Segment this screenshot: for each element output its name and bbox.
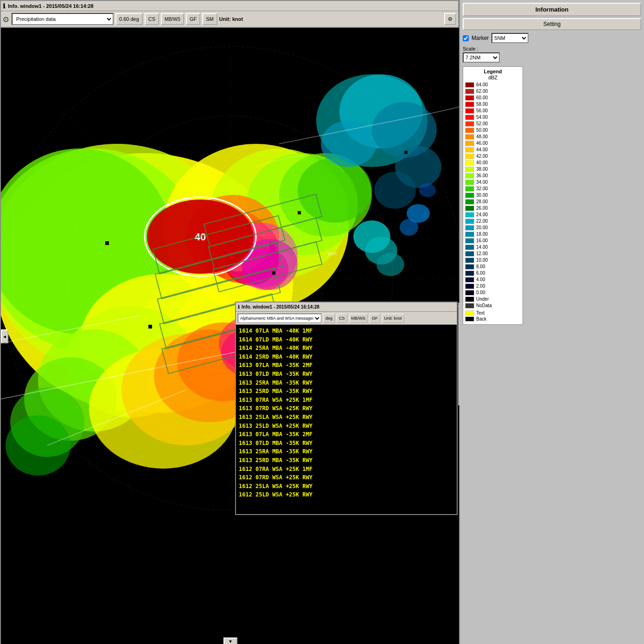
svg-point-28	[6, 415, 70, 476]
legend-value-label: 54.00	[476, 115, 488, 120]
side-panel: Information Setting Marker 5NM Scale : 7…	[459, 0, 644, 644]
legend-value-label: 60.00	[476, 95, 488, 100]
svg-point-37	[376, 253, 404, 276]
legend-value-label: 18.00	[476, 232, 488, 237]
legend-row: 62.00	[465, 88, 521, 94]
legend-row: 32.00	[465, 186, 521, 192]
sub-cs-btn[interactable]: CS	[337, 314, 347, 323]
mbws-btn[interactable]: MB/WS	[161, 13, 184, 25]
scroll-left-btn[interactable]: ◄	[1, 329, 8, 343]
sub-gf-btn[interactable]: GF	[370, 314, 380, 323]
legend-value-label: 14.00	[476, 245, 488, 250]
sub-mbws-btn[interactable]: MB/WS	[349, 314, 368, 323]
legend-color-swatch	[465, 277, 474, 283]
legend-value-label: 22.00	[476, 219, 488, 224]
legend-value-label: NoData	[476, 303, 492, 308]
legend-row: 56.00	[465, 108, 521, 114]
unit-label: Unit: knot	[219, 16, 243, 22]
legend-color-swatch	[465, 212, 474, 218]
legend-value-label: 40.00	[476, 160, 488, 165]
marker-checkbox[interactable]	[463, 35, 469, 41]
legend-color-swatch	[465, 206, 474, 211]
settings-btn[interactable]: ⚙	[444, 13, 456, 25]
legend-color-swatch	[465, 160, 474, 166]
legend-row: 54.00	[465, 114, 521, 120]
legend-color-swatch	[465, 238, 474, 244]
sub-unit-btn[interactable]: Unit: knot	[382, 314, 404, 323]
legend-color-swatch	[465, 173, 474, 179]
legend-color-swatch	[465, 128, 474, 133]
legend-value-label: 32.00	[476, 186, 488, 191]
legend-row: 26.00	[465, 205, 521, 211]
legend-row: 48.00	[465, 134, 521, 140]
scroll-bottom-btn[interactable]: ▼	[223, 638, 237, 644]
legend-value-label: 34.00	[476, 180, 488, 185]
title-icon: ℹ	[3, 2, 5, 10]
legend-value-label: 8.00	[476, 264, 485, 269]
sub-deg-btn[interactable]: deg	[323, 314, 335, 323]
marker-row: Marker 5NM	[463, 33, 641, 43]
data-type-select[interactable]: Precipitation data	[12, 13, 114, 25]
legend-row: 36.00	[465, 173, 521, 179]
legend-value-label: 48.00	[476, 134, 488, 139]
information-btn[interactable]: Information	[463, 3, 641, 16]
svg-rect-62	[298, 211, 301, 214]
legend-color-swatch	[465, 154, 474, 159]
message-line: 1614 25RA MBA -40K RWY	[239, 344, 454, 353]
svg-point-39	[400, 219, 418, 236]
legend-row: 10.00	[465, 257, 521, 263]
message-line: 1613 25RA MBA -35K RWY	[239, 447, 454, 456]
legend-value-label: 44.00	[476, 147, 488, 152]
message-line: 1614 25RD MBA -40K RWY	[239, 353, 454, 361]
legend-box: Legend dBZ 64.0062.0060.0058.0056.0054.0…	[463, 66, 523, 325]
legend-color-swatch	[465, 303, 474, 309]
message-line: 1612 07RA WSA +25K 1MF	[239, 465, 454, 474]
legend-color-swatch	[465, 232, 474, 237]
scale-select[interactable]: 7.2NM	[463, 52, 500, 63]
title-bar: ℹ Info. window1 - 2015/05/24 16:14:28	[1, 1, 458, 11]
legend-row: 50.00	[465, 127, 521, 133]
legend-row: 34.00	[465, 179, 521, 185]
radar-icon: ⊙	[3, 15, 9, 24]
message-line: 1613 25RD MBA -35K RWY	[239, 456, 454, 465]
setting-btn[interactable]: Setting	[463, 18, 641, 30]
legend-row: 30.00	[465, 192, 521, 198]
legend-row: 18.00	[465, 231, 521, 237]
message-line: 1613 25LA WSA +25K RWY	[239, 413, 454, 422]
legend-extra: Text Back	[465, 310, 521, 322]
sm-btn[interactable]: SM	[202, 13, 217, 25]
legend-value-label: 38.00	[476, 167, 488, 172]
message-content: 1614 07LA MBA -40K 1MF1614 07LD MBA -40K…	[236, 325, 457, 514]
message-line: 1613 07RD WSA +25K RWY	[239, 404, 454, 413]
message-line: 1613 07LA MBA -35K 2MF	[239, 361, 454, 370]
legend-color-swatch	[465, 283, 474, 289]
legend-row: 46.00	[465, 140, 521, 146]
message-line: 1614 07LA MBA -40K 1MF	[239, 327, 454, 335]
scale-label: Scale :	[463, 46, 641, 52]
svg-rect-63	[404, 151, 408, 154]
legend-value-label: 58.00	[476, 102, 488, 107]
legend-value-label: 50.00	[476, 128, 488, 133]
marker-select[interactable]: 5NM	[491, 33, 529, 43]
gf-btn[interactable]: GF	[186, 13, 200, 25]
legend-row: 28.00	[465, 199, 521, 205]
main-window: ℹ Info. window1 - 2015/05/24 16:14:28 ⊙ …	[0, 0, 459, 644]
legend-color-swatch	[465, 270, 474, 276]
degree-btn[interactable]: 0.60 deg	[115, 13, 143, 25]
message-line: 1613 07LD MBA -35K RWY	[239, 439, 454, 448]
sub-toolbar: Alphanumeric MBA and WSA messages deg CS…	[236, 312, 457, 325]
legend-value-label: 42.00	[476, 154, 488, 159]
legend-value-label: 30.00	[476, 193, 488, 198]
message-line: 1614 07LD MBA -40K RWY	[239, 335, 454, 344]
settings-icon: ⚙	[448, 16, 453, 22]
sub-type-select[interactable]: Alphanumeric MBA and WSA messages	[238, 314, 321, 323]
legend-value-label: 2.00	[476, 283, 485, 289]
legend-value-label: 26.00	[476, 206, 488, 211]
legend-row: 52.00	[465, 121, 521, 127]
cs-btn[interactable]: CS	[145, 13, 159, 25]
legend-row: 44.00	[465, 147, 521, 153]
legend-value-label: 46.00	[476, 141, 488, 146]
toolbar: ⊙ Precipitation data 0.60 deg CS MB/WS G…	[1, 11, 458, 28]
legend-value-label: 36.00	[476, 173, 488, 178]
svg-point-12	[321, 121, 376, 167]
